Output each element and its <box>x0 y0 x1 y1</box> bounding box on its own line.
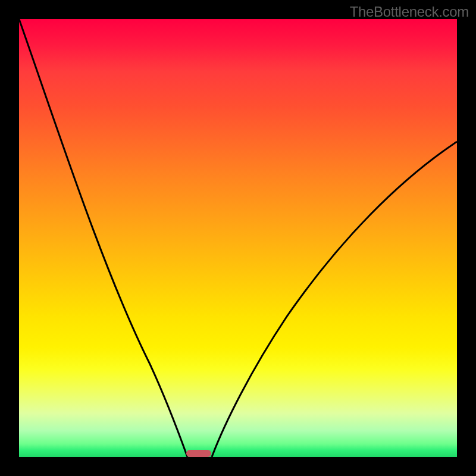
bottleneck-marker <box>186 450 211 457</box>
right-curve-line <box>212 142 457 457</box>
left-curve-line <box>19 19 187 457</box>
plot-area <box>19 19 457 457</box>
curves-svg <box>19 19 457 457</box>
watermark-text: TheBottleneck.com <box>350 4 469 20</box>
